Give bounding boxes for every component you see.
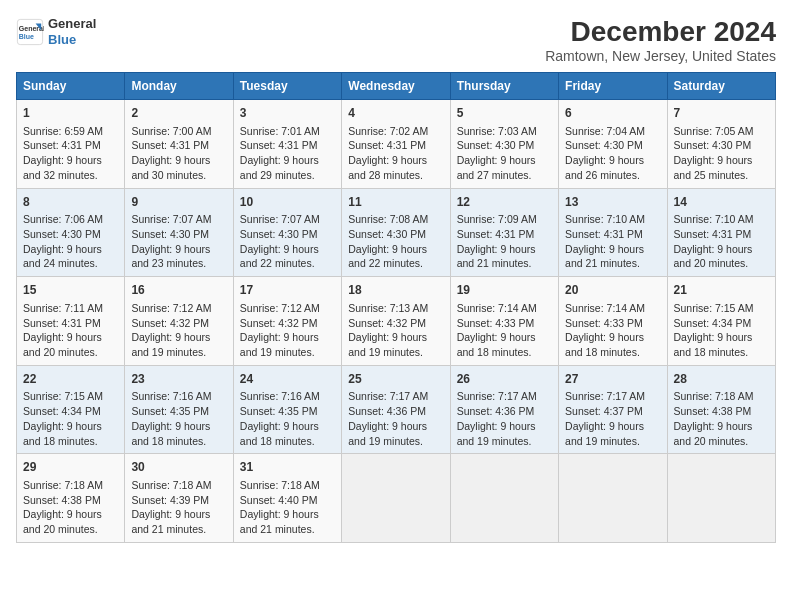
sunset-value: Sunset: 4:32 PM [131, 317, 209, 329]
calendar-cell: 22Sunrise: 7:15 AMSunset: 4:34 PMDayligh… [17, 365, 125, 454]
sunrise-value: Sunrise: 6:59 AM [23, 125, 103, 137]
daylight-value: Daylight: 9 hours and 19 minutes. [348, 331, 427, 358]
calendar-cell: 16Sunrise: 7:12 AMSunset: 4:32 PMDayligh… [125, 277, 233, 366]
sunset-value: Sunset: 4:35 PM [131, 405, 209, 417]
sunset-value: Sunset: 4:32 PM [240, 317, 318, 329]
calendar-cell: 17Sunrise: 7:12 AMSunset: 4:32 PMDayligh… [233, 277, 341, 366]
svg-text:Blue: Blue [19, 33, 34, 40]
daylight-value: Daylight: 9 hours and 32 minutes. [23, 154, 102, 181]
calendar-cell: 9Sunrise: 7:07 AMSunset: 4:30 PMDaylight… [125, 188, 233, 277]
sunrise-value: Sunrise: 7:13 AM [348, 302, 428, 314]
sunrise-value: Sunrise: 7:18 AM [131, 479, 211, 491]
sunset-value: Sunset: 4:30 PM [674, 139, 752, 151]
sunrise-value: Sunrise: 7:17 AM [348, 390, 428, 402]
calendar-cell: 25Sunrise: 7:17 AMSunset: 4:36 PMDayligh… [342, 365, 450, 454]
sunset-value: Sunset: 4:30 PM [457, 139, 535, 151]
week-row-4: 22Sunrise: 7:15 AMSunset: 4:34 PMDayligh… [17, 365, 776, 454]
sunset-value: Sunset: 4:30 PM [348, 228, 426, 240]
day-number: 5 [457, 105, 552, 122]
daylight-value: Daylight: 9 hours and 30 minutes. [131, 154, 210, 181]
header-saturday: Saturday [667, 73, 775, 100]
day-number: 14 [674, 194, 769, 211]
calendar-cell: 31Sunrise: 7:18 AMSunset: 4:40 PMDayligh… [233, 454, 341, 543]
sunset-value: Sunset: 4:31 PM [674, 228, 752, 240]
sunrise-value: Sunrise: 7:11 AM [23, 302, 103, 314]
calendar-cell: 15Sunrise: 7:11 AMSunset: 4:31 PMDayligh… [17, 277, 125, 366]
daylight-value: Daylight: 9 hours and 21 minutes. [565, 243, 644, 270]
daylight-value: Daylight: 9 hours and 18 minutes. [23, 420, 102, 447]
sunset-value: Sunset: 4:36 PM [457, 405, 535, 417]
sunrise-value: Sunrise: 7:18 AM [240, 479, 320, 491]
calendar-cell: 10Sunrise: 7:07 AMSunset: 4:30 PMDayligh… [233, 188, 341, 277]
logo-icon: General Blue [16, 18, 44, 46]
daylight-value: Daylight: 9 hours and 18 minutes. [131, 420, 210, 447]
calendar-cell [559, 454, 667, 543]
sunrise-value: Sunrise: 7:16 AM [240, 390, 320, 402]
sunrise-value: Sunrise: 7:04 AM [565, 125, 645, 137]
sunrise-value: Sunrise: 7:10 AM [674, 213, 754, 225]
day-number: 31 [240, 459, 335, 476]
daylight-value: Daylight: 9 hours and 20 minutes. [23, 331, 102, 358]
calendar-cell: 3Sunrise: 7:01 AMSunset: 4:31 PMDaylight… [233, 100, 341, 189]
day-number: 24 [240, 371, 335, 388]
week-row-5: 29Sunrise: 7:18 AMSunset: 4:38 PMDayligh… [17, 454, 776, 543]
calendar-cell: 26Sunrise: 7:17 AMSunset: 4:36 PMDayligh… [450, 365, 558, 454]
day-number: 18 [348, 282, 443, 299]
calendar-cell: 14Sunrise: 7:10 AMSunset: 4:31 PMDayligh… [667, 188, 775, 277]
sunrise-value: Sunrise: 7:10 AM [565, 213, 645, 225]
sunrise-value: Sunrise: 7:06 AM [23, 213, 103, 225]
sunset-value: Sunset: 4:38 PM [23, 494, 101, 506]
calendar-cell [450, 454, 558, 543]
page-title: December 2024 [545, 16, 776, 48]
daylight-value: Daylight: 9 hours and 21 minutes. [240, 508, 319, 535]
day-number: 11 [348, 194, 443, 211]
header-wednesday: Wednesday [342, 73, 450, 100]
daylight-value: Daylight: 9 hours and 18 minutes. [457, 331, 536, 358]
daylight-value: Daylight: 9 hours and 22 minutes. [240, 243, 319, 270]
header-monday: Monday [125, 73, 233, 100]
sunset-value: Sunset: 4:37 PM [565, 405, 643, 417]
day-number: 3 [240, 105, 335, 122]
week-row-2: 8Sunrise: 7:06 AMSunset: 4:30 PMDaylight… [17, 188, 776, 277]
sunrise-value: Sunrise: 7:01 AM [240, 125, 320, 137]
sunrise-value: Sunrise: 7:15 AM [674, 302, 754, 314]
daylight-value: Daylight: 9 hours and 28 minutes. [348, 154, 427, 181]
calendar-cell: 18Sunrise: 7:13 AMSunset: 4:32 PMDayligh… [342, 277, 450, 366]
day-number: 2 [131, 105, 226, 122]
sunset-value: Sunset: 4:33 PM [565, 317, 643, 329]
sunset-value: Sunset: 4:31 PM [131, 139, 209, 151]
daylight-value: Daylight: 9 hours and 20 minutes. [674, 420, 753, 447]
daylight-value: Daylight: 9 hours and 18 minutes. [240, 420, 319, 447]
sunrise-value: Sunrise: 7:12 AM [240, 302, 320, 314]
daylight-value: Daylight: 9 hours and 19 minutes. [565, 420, 644, 447]
day-number: 23 [131, 371, 226, 388]
day-number: 9 [131, 194, 226, 211]
calendar-cell [667, 454, 775, 543]
sunset-value: Sunset: 4:31 PM [240, 139, 318, 151]
calendar-cell: 13Sunrise: 7:10 AMSunset: 4:31 PMDayligh… [559, 188, 667, 277]
sunset-value: Sunset: 4:35 PM [240, 405, 318, 417]
day-number: 28 [674, 371, 769, 388]
sunset-value: Sunset: 4:31 PM [348, 139, 426, 151]
daylight-value: Daylight: 9 hours and 25 minutes. [674, 154, 753, 181]
sunrise-value: Sunrise: 7:02 AM [348, 125, 428, 137]
sunrise-value: Sunrise: 7:18 AM [674, 390, 754, 402]
day-number: 15 [23, 282, 118, 299]
calendar-cell: 21Sunrise: 7:15 AMSunset: 4:34 PMDayligh… [667, 277, 775, 366]
sunset-value: Sunset: 4:34 PM [23, 405, 101, 417]
day-number: 16 [131, 282, 226, 299]
sunrise-value: Sunrise: 7:07 AM [131, 213, 211, 225]
logo-text: General Blue [48, 16, 96, 47]
calendar-cell: 24Sunrise: 7:16 AMSunset: 4:35 PMDayligh… [233, 365, 341, 454]
daylight-value: Daylight: 9 hours and 19 minutes. [240, 331, 319, 358]
sunrise-value: Sunrise: 7:09 AM [457, 213, 537, 225]
sunset-value: Sunset: 4:33 PM [457, 317, 535, 329]
header-friday: Friday [559, 73, 667, 100]
calendar-cell: 1Sunrise: 6:59 AMSunset: 4:31 PMDaylight… [17, 100, 125, 189]
day-number: 7 [674, 105, 769, 122]
week-row-3: 15Sunrise: 7:11 AMSunset: 4:31 PMDayligh… [17, 277, 776, 366]
sunrise-value: Sunrise: 7:03 AM [457, 125, 537, 137]
daylight-value: Daylight: 9 hours and 19 minutes. [457, 420, 536, 447]
calendar-cell: 29Sunrise: 7:18 AMSunset: 4:38 PMDayligh… [17, 454, 125, 543]
calendar-cell: 5Sunrise: 7:03 AMSunset: 4:30 PMDaylight… [450, 100, 558, 189]
